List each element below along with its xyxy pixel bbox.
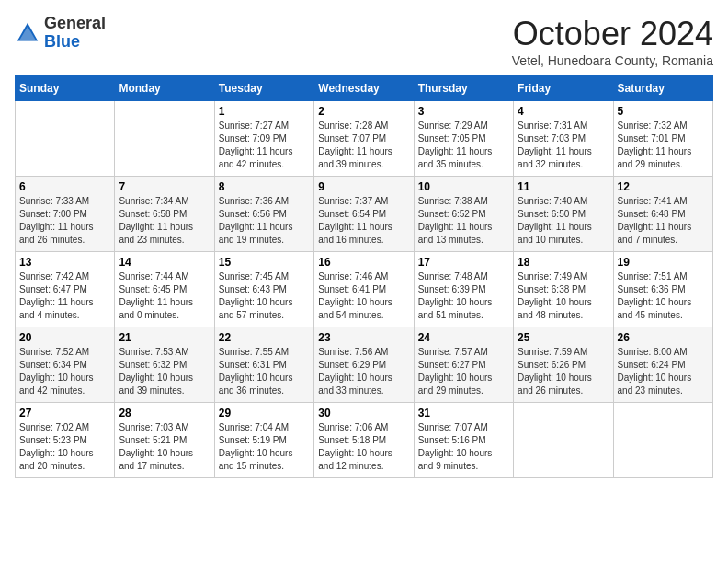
day-detail: Sunrise: 7:49 AM Sunset: 6:38 PM Dayligh… xyxy=(518,270,609,322)
calendar-cell: 30Sunrise: 7:06 AM Sunset: 5:18 PM Dayli… xyxy=(314,403,414,478)
calendar-cell: 14Sunrise: 7:44 AM Sunset: 6:45 PM Dayli… xyxy=(115,252,214,327)
day-number: 29 xyxy=(219,407,310,419)
logo-icon xyxy=(15,20,40,46)
calendar-week-row: 1Sunrise: 7:27 AM Sunset: 7:09 PM Daylig… xyxy=(16,101,713,177)
day-detail: Sunrise: 8:00 AM Sunset: 6:24 PM Dayligh… xyxy=(618,346,709,397)
day-detail: Sunrise: 7:57 AM Sunset: 6:27 PM Dayligh… xyxy=(418,346,509,397)
day-detail: Sunrise: 7:48 AM Sunset: 6:39 PM Dayligh… xyxy=(418,270,509,322)
logo-text: General Blue xyxy=(44,15,106,52)
day-number: 1 xyxy=(219,105,310,118)
day-number: 28 xyxy=(119,407,210,419)
day-number: 19 xyxy=(618,256,709,269)
day-detail: Sunrise: 7:37 AM Sunset: 6:54 PM Dayligh… xyxy=(318,195,409,247)
logo-general: General xyxy=(44,15,106,33)
calendar-week-row: 13Sunrise: 7:42 AM Sunset: 6:47 PM Dayli… xyxy=(16,252,713,327)
day-detail: Sunrise: 7:41 AM Sunset: 6:48 PM Dayligh… xyxy=(618,195,709,247)
day-detail: Sunrise: 7:06 AM Sunset: 5:18 PM Dayligh… xyxy=(318,421,409,473)
day-number: 23 xyxy=(318,331,409,344)
day-detail: Sunrise: 7:28 AM Sunset: 7:07 PM Dayligh… xyxy=(318,120,409,171)
calendar-cell: 26Sunrise: 8:00 AM Sunset: 6:24 PM Dayli… xyxy=(613,327,712,403)
calendar-cell: 4Sunrise: 7:31 AM Sunset: 7:03 PM Daylig… xyxy=(514,101,613,177)
day-number: 20 xyxy=(19,331,110,344)
calendar-cell: 18Sunrise: 7:49 AM Sunset: 6:38 PM Dayli… xyxy=(514,252,613,327)
title-block: October 2024 Vetel, Hunedoara County, Ro… xyxy=(512,15,713,68)
day-detail: Sunrise: 7:02 AM Sunset: 5:23 PM Dayligh… xyxy=(19,421,110,473)
day-number: 13 xyxy=(19,256,110,269)
logo: General Blue xyxy=(15,15,106,52)
calendar-cell: 7Sunrise: 7:34 AM Sunset: 6:58 PM Daylig… xyxy=(115,177,214,252)
month-title: October 2024 xyxy=(512,15,713,53)
calendar-cell: 15Sunrise: 7:45 AM Sunset: 6:43 PM Dayli… xyxy=(214,252,313,327)
day-number: 2 xyxy=(318,105,409,118)
day-number: 4 xyxy=(518,105,609,118)
calendar-cell xyxy=(613,403,712,478)
calendar-table: SundayMondayTuesdayWednesdayThursdayFrid… xyxy=(15,75,713,478)
day-number: 15 xyxy=(219,256,310,269)
location-subtitle: Vetel, Hunedoara County, Romania xyxy=(512,53,713,68)
calendar-cell: 2Sunrise: 7:28 AM Sunset: 7:07 PM Daylig… xyxy=(314,101,414,177)
day-detail: Sunrise: 7:33 AM Sunset: 7:00 PM Dayligh… xyxy=(19,195,110,247)
calendar-cell: 10Sunrise: 7:38 AM Sunset: 6:52 PM Dayli… xyxy=(414,177,513,252)
calendar-cell: 22Sunrise: 7:55 AM Sunset: 6:31 PM Dayli… xyxy=(214,327,313,403)
day-detail: Sunrise: 7:42 AM Sunset: 6:47 PM Dayligh… xyxy=(19,270,110,322)
day-number: 18 xyxy=(518,256,609,269)
day-detail: Sunrise: 7:55 AM Sunset: 6:31 PM Dayligh… xyxy=(219,346,310,397)
day-detail: Sunrise: 7:53 AM Sunset: 6:32 PM Dayligh… xyxy=(119,346,210,397)
day-number: 6 xyxy=(19,180,110,193)
day-number: 25 xyxy=(518,331,609,344)
day-detail: Sunrise: 7:27 AM Sunset: 7:09 PM Dayligh… xyxy=(219,120,310,171)
day-number: 5 xyxy=(618,105,709,118)
weekday-header: Saturday xyxy=(613,76,712,101)
day-number: 26 xyxy=(618,331,709,344)
calendar-cell: 19Sunrise: 7:51 AM Sunset: 6:36 PM Dayli… xyxy=(613,252,712,327)
calendar-cell: 25Sunrise: 7:59 AM Sunset: 6:26 PM Dayli… xyxy=(514,327,613,403)
day-detail: Sunrise: 7:46 AM Sunset: 6:41 PM Dayligh… xyxy=(318,270,409,322)
day-detail: Sunrise: 7:44 AM Sunset: 6:45 PM Dayligh… xyxy=(119,270,210,322)
calendar-cell: 17Sunrise: 7:48 AM Sunset: 6:39 PM Dayli… xyxy=(414,252,513,327)
weekday-header: Monday xyxy=(115,76,214,101)
day-number: 24 xyxy=(418,331,509,344)
day-number: 10 xyxy=(418,180,509,193)
weekday-header: Thursday xyxy=(414,76,513,101)
calendar-cell: 31Sunrise: 7:07 AM Sunset: 5:16 PM Dayli… xyxy=(414,403,513,478)
logo-blue: Blue xyxy=(44,33,106,52)
day-number: 30 xyxy=(318,407,409,419)
calendar-cell: 23Sunrise: 7:56 AM Sunset: 6:29 PM Dayli… xyxy=(314,327,414,403)
calendar-cell xyxy=(115,101,214,177)
day-detail: Sunrise: 7:36 AM Sunset: 6:56 PM Dayligh… xyxy=(219,195,310,247)
weekday-header-row: SundayMondayTuesdayWednesdayThursdayFrid… xyxy=(16,76,713,101)
day-detail: Sunrise: 7:45 AM Sunset: 6:43 PM Dayligh… xyxy=(219,270,310,322)
day-number: 14 xyxy=(119,256,210,269)
day-detail: Sunrise: 7:07 AM Sunset: 5:16 PM Dayligh… xyxy=(418,421,509,473)
calendar-cell: 11Sunrise: 7:40 AM Sunset: 6:50 PM Dayli… xyxy=(514,177,613,252)
day-detail: Sunrise: 7:29 AM Sunset: 7:05 PM Dayligh… xyxy=(418,120,509,171)
day-number: 11 xyxy=(518,180,609,193)
day-number: 12 xyxy=(618,180,709,193)
calendar-cell xyxy=(514,403,613,478)
day-number: 31 xyxy=(418,407,509,419)
day-detail: Sunrise: 7:59 AM Sunset: 6:26 PM Dayligh… xyxy=(518,346,609,397)
weekday-header: Tuesday xyxy=(214,76,313,101)
day-detail: Sunrise: 7:04 AM Sunset: 5:19 PM Dayligh… xyxy=(219,421,310,473)
day-detail: Sunrise: 7:56 AM Sunset: 6:29 PM Dayligh… xyxy=(318,346,409,397)
weekday-header: Wednesday xyxy=(314,76,414,101)
calendar-cell: 20Sunrise: 7:52 AM Sunset: 6:34 PM Dayli… xyxy=(16,327,115,403)
day-detail: Sunrise: 7:34 AM Sunset: 6:58 PM Dayligh… xyxy=(119,195,210,247)
calendar-week-row: 27Sunrise: 7:02 AM Sunset: 5:23 PM Dayli… xyxy=(16,403,713,478)
day-number: 22 xyxy=(219,331,310,344)
weekday-header: Friday xyxy=(514,76,613,101)
day-number: 17 xyxy=(418,256,509,269)
calendar-cell: 6Sunrise: 7:33 AM Sunset: 7:00 PM Daylig… xyxy=(16,177,115,252)
day-number: 16 xyxy=(318,256,409,269)
day-number: 3 xyxy=(418,105,509,118)
day-detail: Sunrise: 7:32 AM Sunset: 7:01 PM Dayligh… xyxy=(618,120,709,171)
day-detail: Sunrise: 7:38 AM Sunset: 6:52 PM Dayligh… xyxy=(418,195,509,247)
calendar-week-row: 6Sunrise: 7:33 AM Sunset: 7:00 PM Daylig… xyxy=(16,177,713,252)
calendar-cell: 5Sunrise: 7:32 AM Sunset: 7:01 PM Daylig… xyxy=(613,101,712,177)
calendar-cell: 12Sunrise: 7:41 AM Sunset: 6:48 PM Dayli… xyxy=(613,177,712,252)
calendar-cell: 21Sunrise: 7:53 AM Sunset: 6:32 PM Dayli… xyxy=(115,327,214,403)
calendar-cell: 27Sunrise: 7:02 AM Sunset: 5:23 PM Dayli… xyxy=(16,403,115,478)
page-header: General Blue October 2024 Vetel, Hunedoa… xyxy=(15,15,713,68)
weekday-header: Sunday xyxy=(16,76,115,101)
calendar-cell: 9Sunrise: 7:37 AM Sunset: 6:54 PM Daylig… xyxy=(314,177,414,252)
